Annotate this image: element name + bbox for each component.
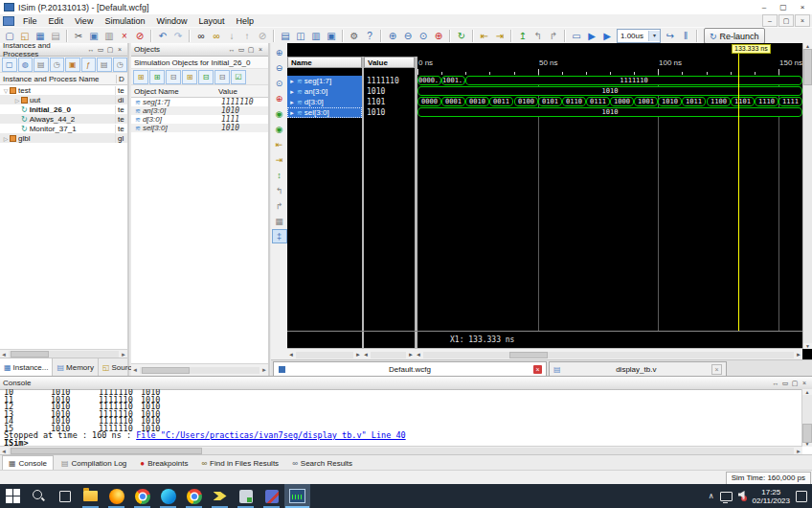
tree-row-test[interactable]: ▽testte [0,85,127,95]
wave-signal-name[interactable]: ►≋sel[3:0] [287,107,362,118]
sim-time-combo[interactable]: 1.00us▾ [617,29,661,43]
bus-segment[interactable]: 0100 [514,97,538,106]
taskbar-task-view-icon[interactable] [52,484,78,508]
instances-col-design[interactable]: D [116,75,127,83]
bus-segment[interactable]: 1010 [417,107,802,117]
objects-filter-4-icon[interactable]: ⊞ [182,70,197,84]
network-icon[interactable] [720,492,733,501]
bus-segment[interactable]: 1100 [707,97,731,106]
find-in-files-button[interactable]: ∞ [209,29,224,43]
bus-segment[interactable]: 0110 [562,97,586,106]
instances-view-4-icon[interactable]: ◷ [50,58,65,72]
wave-signal-name[interactable]: ►≋seg[1:7] [287,76,362,86]
wave-insert-marker-icon[interactable]: ↕ [272,168,287,182]
menu-edit[interactable]: Edit [43,16,70,26]
objects-filter-1-icon[interactable]: ⊞ [133,70,148,84]
bus-segment[interactable]: 1001... [441,76,465,85]
zoom-area-button[interactable]: ⊕ [431,29,446,43]
paste-button[interactable]: ▥ [102,29,117,43]
export-wave-button[interactable]: ⇥ [492,29,508,43]
taskbar-start-icon[interactable] [0,484,26,508]
object-row-an30[interactable]: ≋an[3:0]1010 [131,106,268,115]
menu-view[interactable]: View [69,16,99,26]
wave-cursor-line[interactable] [738,53,739,331]
mdi-minimize-button[interactable]: – [762,14,778,27]
maximize-button[interactable]: ▢ [774,0,793,14]
zoom-in-button[interactable]: ⊕ [385,29,400,43]
tab-memory[interactable]: ▤Memory [53,358,98,376]
preferences-button[interactable]: ⚙ [347,29,362,43]
doc-tab-display_tb-v[interactable]: ▤display_tb.v× [549,361,727,376]
context-help-button[interactable]: ? [362,29,377,43]
instances-view-2-icon[interactable]: ◍ [18,58,34,72]
object-row-d30[interactable]: ≋d[3:0]1111 [131,115,268,124]
close-tab-icon[interactable]: × [533,365,542,374]
wave-next-transition-icon[interactable]: ↱ [272,198,287,213]
copy-button[interactable]: ▣ [86,29,102,43]
tray-overflow-icon[interactable]: ∧ [709,492,714,500]
taskbar-ise-icon[interactable] [207,484,233,508]
instances-view-5-icon[interactable]: ▣ [65,58,80,72]
menu-help[interactable]: Help [230,16,259,26]
taskbar-explorer-icon[interactable] [78,484,103,508]
expand-arrow-icon[interactable]: ▷ [2,135,10,142]
console-vscrollbar[interactable]: ▲ ▼ [801,389,812,447]
bus-segment[interactable]: 1101 [731,97,755,106]
taskbar-clock[interactable]: 17:25 02/11/2023 [753,488,790,505]
cascade-windows-button[interactable]: ▤ [278,29,293,43]
tab-breakpoints[interactable]: ●Breakpoints [134,455,193,471]
taskbar-app-gray-icon[interactable] [233,484,259,508]
bus-segment[interactable]: 1110 [755,97,778,106]
bus-segment[interactable]: 1111110 [465,76,802,85]
object-row-sel30[interactable]: ≋sel[3:0]1010 [131,124,268,132]
bus-segment[interactable]: 1010 [658,97,682,106]
zoom-full-button[interactable]: ⊙ [416,29,431,43]
bus-segment[interactable]: 0000 [417,97,441,106]
dock-float-button[interactable]: ↔ [227,45,237,55]
expand-arrow-icon[interactable]: ► [289,89,295,95]
expand-arrow-icon[interactable]: ▽ [2,87,10,94]
tree-row-glbl[interactable]: ▷glblgl [0,133,127,143]
minimize-button[interactable]: – [755,0,774,14]
pause-button[interactable]: ‖ [678,29,693,43]
taskbar-chrome-2-icon[interactable] [181,484,207,508]
console-output[interactable]: 1010101111110101011101011111101010121010… [0,389,802,447]
bus-segment[interactable]: 0001 [441,97,465,106]
waveform-canvas[interactable]: 0 ns50 ns100 ns150 ns0000...1001...11111… [417,57,802,331]
step-button[interactable]: ↪ [663,29,678,43]
menu-file[interactable]: File [17,16,43,26]
prev-edge-button[interactable]: ↰ [530,29,546,43]
refresh-sim-button[interactable]: ↻ [454,29,469,43]
objects-filter-5-icon[interactable]: ⊟ [198,70,214,84]
instances-view-1-icon[interactable]: ▢ [2,58,17,72]
bus-segment[interactable]: 0000... [417,76,441,85]
doc-tab-default-wcfg[interactable]: Default.wcfg× [273,361,547,376]
instances-view-3-icon[interactable]: ▤ [34,58,49,72]
objects-filter-7-icon[interactable]: ☑ [231,70,246,84]
tile-vertical-button[interactable]: ◫ [293,29,308,43]
tree-row-initial_26_0[interactable]: ↻Initial_26_0te [0,104,127,114]
undo-button[interactable]: ↶ [155,29,170,43]
wave-export-wcfg-icon[interactable]: ⇥ [272,152,287,167]
object-row-seg17[interactable]: ≋seg[1:7]1111110 [131,98,268,106]
source-file-link[interactable]: File "C:/Users/practicas/ivan7seg/displa… [136,430,405,440]
stop-sign-button[interactable]: ⊘ [132,29,147,43]
taskbar-isim-icon[interactable] [284,484,310,508]
tab-find-in-files-results[interactable]: ∞Find in Files Results [195,455,284,471]
mdi-restore-button[interactable]: ▢ [778,14,794,27]
expand-arrow-icon[interactable]: ► [289,110,295,116]
cancel-find-button[interactable]: ⊘ [255,29,270,43]
menu-window[interactable]: Window [150,16,192,26]
dock-minimize-button[interactable]: ▭ [780,379,790,388]
taskbar-chrome-icon[interactable] [129,484,155,508]
expand-arrow-icon[interactable]: ► [289,79,295,84]
wave-value-header[interactable]: Value [364,57,415,68]
wave-marker-mode-icon[interactable]: ‡ [272,229,287,243]
close-tab-icon[interactable]: × [711,364,722,375]
dock-close-button[interactable]: × [256,45,265,55]
tile-horizontal-button[interactable]: ▥ [308,29,324,43]
instances-view-7-icon[interactable]: ▤ [97,58,112,72]
bus-segment[interactable]: 1010 [417,86,802,96]
menu-layout[interactable]: Layout [192,16,230,26]
wave-import-wcfg-icon[interactable]: ⇤ [272,137,287,151]
